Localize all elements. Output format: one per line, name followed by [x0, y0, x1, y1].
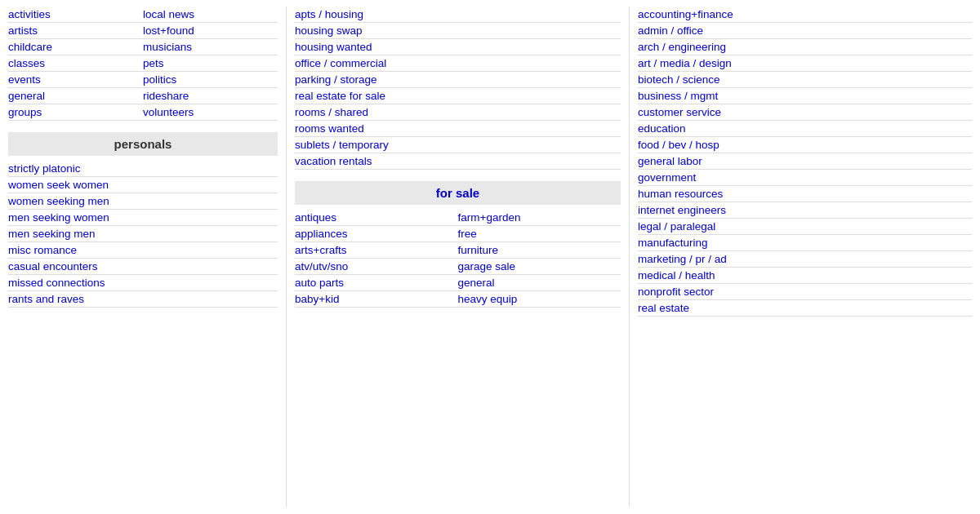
community-col-2: local newslost+foundmusicianspetspolitic…	[143, 7, 278, 121]
housing-links: apts / housinghousing swaphousing wanted…	[295, 7, 621, 170]
community-link[interactable]: musicians	[143, 39, 278, 55]
community-link[interactable]: volunteers	[143, 104, 278, 121]
community-link[interactable]: childcare	[8, 39, 143, 55]
jobs-link[interactable]: business / mgmt	[638, 88, 972, 104]
jobs-link[interactable]: manufacturing	[638, 235, 972, 251]
jobs-link[interactable]: admin / office	[638, 23, 972, 39]
housing-link[interactable]: office / commercial	[295, 55, 621, 72]
housing-link[interactable]: sublets / temporary	[295, 137, 621, 153]
jobs-link[interactable]: medical / health	[638, 268, 972, 284]
jobs-link[interactable]: real estate	[638, 300, 972, 317]
community-link[interactable]: groups	[8, 104, 143, 121]
forsale-link[interactable]: garage sale	[458, 259, 621, 275]
forsale-link[interactable]: heavy equip	[458, 291, 621, 308]
personals-link[interactable]: rants and raves	[8, 291, 278, 308]
forsale-header: for sale	[295, 181, 621, 205]
community-link[interactable]: artists	[8, 23, 143, 39]
forsale-link[interactable]: furniture	[458, 242, 621, 259]
housing-link[interactable]: real estate for sale	[295, 88, 621, 104]
forsale-links: antiquesappliancesarts+craftsatv/utv/sno…	[295, 210, 621, 308]
jobs-link[interactable]: food / bev / hosp	[638, 137, 972, 153]
housing-link[interactable]: rooms wanted	[295, 121, 621, 137]
housing-link[interactable]: rooms / shared	[295, 104, 621, 121]
forsale-col-1: antiquesappliancesarts+craftsatv/utv/sno…	[295, 210, 458, 308]
housing-link[interactable]: vacation rentals	[295, 153, 621, 170]
jobs-link[interactable]: human resources	[638, 186, 972, 202]
community-link[interactable]: activities	[8, 7, 143, 23]
community-link[interactable]: general	[8, 88, 143, 104]
jobs-link[interactable]: arch / engineering	[638, 39, 972, 55]
forsale-link[interactable]: free	[458, 226, 621, 242]
forsale-link[interactable]: atv/utv/sno	[295, 259, 458, 275]
forsale-link[interactable]: baby+kid	[295, 291, 458, 308]
community-link[interactable]: local news	[143, 7, 278, 23]
forsale-col-2: farm+gardenfreefurnituregarage salegener…	[458, 210, 621, 308]
personals-link[interactable]: misc romance	[8, 242, 278, 259]
jobs-link[interactable]: internet engineers	[638, 202, 972, 219]
forsale-link[interactable]: appliances	[295, 226, 458, 242]
jobs-link[interactable]: art / media / design	[638, 55, 972, 72]
jobs-link[interactable]: accounting+finance	[638, 7, 972, 23]
housing-link[interactable]: apts / housing	[295, 7, 621, 23]
community-link[interactable]: rideshare	[143, 88, 278, 104]
community-link[interactable]: lost+found	[143, 23, 278, 39]
jobs-link[interactable]: marketing / pr / ad	[638, 251, 972, 268]
jobs-link[interactable]: legal / paralegal	[638, 219, 972, 235]
personals-links: strictly platonicwomen seek womenwomen s…	[8, 161, 278, 308]
forsale-link[interactable]: auto parts	[295, 275, 458, 291]
personals-link[interactable]: men seeking women	[8, 210, 278, 226]
housing-link[interactable]: housing swap	[295, 23, 621, 39]
jobs-link[interactable]: nonprofit sector	[638, 284, 972, 300]
jobs-link[interactable]: education	[638, 121, 972, 137]
personals-link[interactable]: missed connections	[8, 275, 278, 291]
community-links: activitiesartistschildcareclasseseventsg…	[8, 7, 278, 121]
forsale-link[interactable]: farm+garden	[458, 210, 621, 226]
personals-header: personals	[8, 132, 278, 156]
jobs-link[interactable]: general labor	[638, 153, 972, 170]
community-col-1: activitiesartistschildcareclasseseventsg…	[8, 7, 143, 121]
jobs-links: accounting+financeadmin / officearch / e…	[638, 7, 972, 317]
jobs-link[interactable]: government	[638, 170, 972, 186]
jobs-link[interactable]: customer service	[638, 104, 972, 121]
jobs-link[interactable]: biotech / science	[638, 72, 972, 88]
personals-link[interactable]: men seeking men	[8, 226, 278, 242]
housing-column: apts / housinghousing swaphousing wanted…	[286, 7, 629, 507]
community-link[interactable]: events	[8, 72, 143, 88]
forsale-link[interactable]: arts+crafts	[295, 242, 458, 259]
jobs-column: accounting+financeadmin / officearch / e…	[629, 7, 972, 507]
community-link[interactable]: classes	[8, 55, 143, 72]
community-link[interactable]: politics	[143, 72, 278, 88]
personals-link[interactable]: women seeking men	[8, 193, 278, 210]
personals-link[interactable]: women seek women	[8, 177, 278, 193]
forsale-link[interactable]: general	[458, 275, 621, 291]
housing-link[interactable]: parking / storage	[295, 72, 621, 88]
forsale-link[interactable]: antiques	[295, 210, 458, 226]
housing-link[interactable]: housing wanted	[295, 39, 621, 55]
personals-link[interactable]: casual encounters	[8, 259, 278, 275]
community-link[interactable]: pets	[143, 55, 278, 72]
community-column: activitiesartistschildcareclasseseventsg…	[8, 7, 286, 507]
personals-link[interactable]: strictly platonic	[8, 161, 278, 177]
